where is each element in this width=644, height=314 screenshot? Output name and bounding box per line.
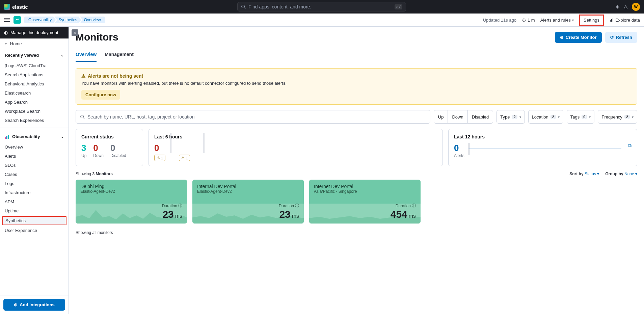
sidebar-item-user-experience[interactable]: User Experience	[0, 226, 69, 235]
recent-item[interactable]: App Search	[0, 98, 69, 107]
svg-line-1	[244, 8, 246, 9]
refresh-button[interactable]: ⟳ Refresh	[605, 32, 637, 43]
monitor-search-input[interactable]: Search by name, URL, host, tag, project …	[76, 110, 430, 124]
monitor-grid: Delphi Ping Elastic-Agent-Dev2 Duration …	[76, 180, 637, 224]
newsfeed-icon[interactable]: △	[624, 4, 628, 10]
monitor-card[interactable]: Internal Dev Portal Elastic-Agent-Dev2 D…	[192, 180, 304, 224]
sidebar-item-uptime[interactable]: Uptime	[0, 206, 69, 215]
frequency-filter[interactable]: Frequency2▾	[598, 110, 637, 124]
sidebar-item-overview[interactable]: Overview	[0, 142, 69, 152]
page-tabs: Overview Management	[76, 49, 637, 62]
observability-toggle[interactable]: Observability ⌄	[0, 131, 69, 142]
explore-data-link[interactable]: Explore data	[609, 18, 640, 23]
sidebar: ◐ Manage this deployment ⌂ Home Recently…	[0, 27, 69, 314]
crumb-observability[interactable]: Observability	[24, 17, 56, 23]
sort-by-select[interactable]: Status ▾	[585, 172, 599, 176]
monitor-card[interactable]: Internet Dev Portal Asia/Pacific - Singa…	[309, 180, 421, 224]
zoom-icon[interactable]: ⧉	[628, 143, 632, 149]
configure-now-button[interactable]: Configure now	[81, 90, 120, 100]
crumb-overview[interactable]: Overview	[80, 17, 105, 23]
svg-rect-4	[613, 18, 613, 22]
sidebar-item-cases[interactable]: Cases	[0, 170, 69, 179]
chevron-down-icon: ▾	[589, 115, 591, 119]
recent-item[interactable]: Behavioral Analytics	[0, 79, 69, 88]
alerts-rules-menu[interactable]: Alerts and rules ▾	[540, 18, 574, 23]
chevron-down-icon: ▾	[572, 18, 574, 22]
group-by-select[interactable]: None ▾	[624, 172, 637, 176]
recent-item[interactable]: Search Experiences	[0, 116, 69, 125]
manage-deployment-link[interactable]: ◐ Manage this deployment	[0, 27, 69, 38]
svg-rect-3	[611, 19, 612, 22]
collapse-sidebar-button[interactable]: ✕	[72, 29, 78, 36]
svg-rect-11	[203, 133, 205, 153]
warning-icon: ⚠	[181, 156, 185, 160]
sidebar-item-logs[interactable]: Logs	[0, 179, 69, 188]
tab-overview[interactable]: Overview	[76, 49, 97, 62]
svg-rect-10	[170, 133, 172, 153]
status-filter-group: Up Down Disabled	[434, 110, 493, 124]
callout-body: You have monitors with alerting enabled,…	[81, 81, 632, 86]
sparkline-6h	[162, 133, 437, 153]
footer-note: Showing all monitors	[76, 230, 637, 235]
nav-toggle-icon[interactable]	[4, 18, 10, 22]
space-selector[interactable]	[14, 16, 21, 24]
home-icon: ⌂	[5, 41, 7, 46]
sidebar-home[interactable]: ⌂ Home	[0, 38, 69, 49]
elastic-logo[interactable]: elastic	[4, 4, 28, 10]
refresh-interval[interactable]: ⏲ 1 m	[522, 18, 535, 23]
refresh-icon: ⟳	[610, 35, 614, 40]
global-topbar: elastic Find apps, content, and more. ⌘/…	[0, 0, 644, 14]
tags-filter[interactable]: Tags0▾	[567, 110, 595, 124]
callout-title: Alerts are not being sent	[88, 73, 143, 79]
sidebar-item-apm[interactable]: APM	[0, 197, 69, 206]
monitor-card[interactable]: Delphi Ping Elastic-Agent-Dev2 Duration …	[76, 180, 187, 224]
chevron-down-icon: ▾	[632, 115, 634, 119]
recent-item[interactable]: Elasticsearch	[0, 88, 69, 98]
create-monitor-button[interactable]: ⊕ Create Monitor	[555, 32, 602, 43]
brand-text: elastic	[12, 4, 28, 10]
chevron-down-icon: ▾	[558, 115, 560, 119]
recent-item[interactable]: Search Applications	[0, 70, 69, 79]
recent-item[interactable]: Workplace Search	[0, 107, 69, 116]
observability-icon	[5, 134, 9, 139]
recent-list: [Logs AWS] CloudTrail Search Application…	[0, 61, 69, 295]
sparkline-12h	[468, 143, 621, 155]
elastic-logo-icon	[4, 4, 10, 10]
sidebar-item-slos[interactable]: SLOs	[0, 161, 69, 170]
plus-circle-icon: ⊕	[560, 35, 564, 40]
global-search-input[interactable]: Find apps, content, and more. ⌘/	[237, 2, 406, 11]
settings-link[interactable]: Settings	[579, 15, 604, 26]
alert-callout: ⚠ Alerts are not being sent You have mon…	[76, 68, 637, 105]
info-icon: ⓘ	[295, 203, 299, 209]
filter-down[interactable]: Down	[448, 110, 467, 123]
chevron-down-icon: ⌄	[61, 53, 64, 57]
sidebar-item-synthetics[interactable]: Synthetics	[2, 216, 66, 225]
sidebar-item-alerts[interactable]: Alerts	[0, 152, 69, 161]
last-12-hours-card: Last 12 hours 0 Alerts ⧉	[448, 129, 637, 166]
tab-management[interactable]: Management	[105, 49, 134, 62]
type-filter[interactable]: Type2▾	[497, 110, 525, 124]
recent-item[interactable]: [Logs AWS] CloudTrail	[0, 61, 69, 70]
plus-icon: ⊕	[14, 302, 18, 307]
page-title: Monitors	[76, 31, 118, 43]
last-6-hours-card: Last 6 hours 0 ⚠1 ⚠1	[149, 129, 443, 166]
filter-disabled[interactable]: Disabled	[468, 110, 493, 123]
svg-rect-2	[610, 20, 611, 22]
recently-viewed-toggle[interactable]: Recently viewed ⌄	[0, 49, 69, 61]
svg-rect-7	[8, 135, 9, 139]
down-count: 0	[93, 143, 104, 153]
warning-badge[interactable]: ⚠1	[154, 155, 165, 161]
crumb-synthetics[interactable]: Synthetics	[54, 17, 81, 23]
info-icon: ⓘ	[412, 203, 416, 209]
search-icon	[80, 114, 85, 119]
sidebar-item-infrastructure[interactable]: Infrastructure	[0, 188, 69, 197]
add-integrations-button[interactable]: ⊕ Add integrations	[3, 299, 65, 311]
location-filter[interactable]: Location2▾	[528, 110, 563, 124]
svg-rect-6	[6, 136, 7, 139]
guide-icon[interactable]: ◈	[616, 4, 620, 10]
warning-badge[interactable]: ⚠1	[179, 155, 190, 161]
svg-line-9	[83, 118, 85, 119]
user-avatar[interactable]: W	[632, 3, 640, 11]
updated-text: Updated 11s ago	[483, 18, 516, 23]
filter-up[interactable]: Up	[434, 110, 448, 123]
